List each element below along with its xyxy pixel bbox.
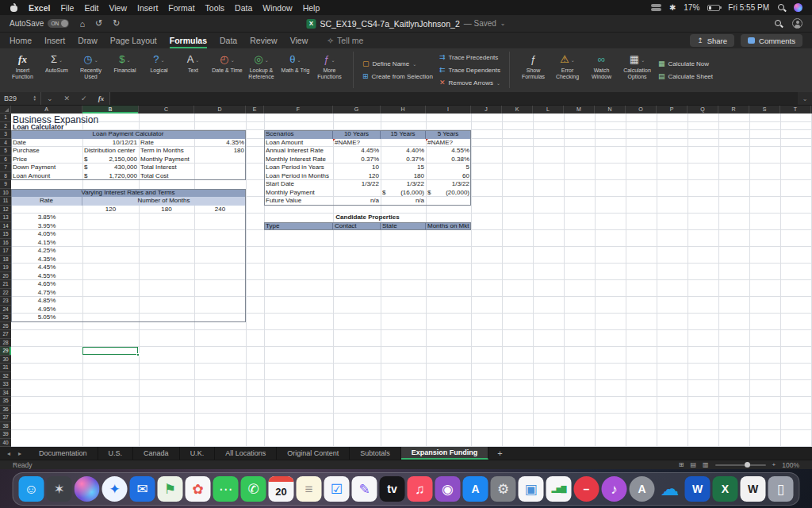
- column-header-l[interactable]: L: [533, 106, 564, 114]
- cell-i6[interactable]: 0.38%: [426, 156, 471, 164]
- dock-item-photos[interactable]: ✿: [186, 476, 211, 502]
- dock-item-reminders[interactable]: ☑: [324, 476, 350, 502]
- view-page-break-icon[interactable]: ▥: [703, 461, 709, 468]
- column-header-t[interactable]: T: [780, 106, 811, 114]
- name-box[interactable]: B29 ▲ ▼: [0, 92, 41, 105]
- dock-item-word[interactable]: W: [685, 476, 710, 502]
- ribbon-tab-review[interactable]: Review: [250, 33, 277, 48]
- menu-window[interactable]: Window: [262, 3, 292, 13]
- fill-handle[interactable]: [136, 353, 140, 356]
- row-header-40[interactable]: 40: [0, 439, 11, 448]
- cell-c12[interactable]: 180: [139, 206, 194, 214]
- selection-box[interactable]: [82, 347, 138, 355]
- ribbon-button-define-name[interactable]: ▢Define Name⌄: [361, 59, 435, 69]
- search-icon[interactable]: [774, 19, 783, 28]
- cell-i5[interactable]: 4.55%: [426, 147, 471, 156]
- sheet-tab-canada[interactable]: Canada: [133, 447, 180, 460]
- cell-a19[interactable]: 4.45%: [11, 264, 82, 272]
- cell-g3[interactable]: 10 Years: [333, 130, 381, 139]
- cell-a22[interactable]: 4.75%: [11, 289, 82, 298]
- row-header-13[interactable]: 13: [0, 214, 11, 222]
- row-header-36[interactable]: 36: [0, 406, 11, 414]
- sheet-tab-original-content[interactable]: Original Content: [277, 447, 350, 460]
- row-header-5[interactable]: 5: [0, 147, 11, 156]
- ribbon-tab-page-layout[interactable]: Page Layout: [110, 33, 157, 48]
- share-button[interactable]: ↥ Share: [690, 34, 734, 47]
- sheet-tab-expansion-funding[interactable]: Expansion Funding: [401, 447, 489, 460]
- cell-d5[interactable]: 180: [194, 147, 246, 156]
- zoom-in-icon[interactable]: +: [772, 461, 776, 468]
- row-header-19[interactable]: 19: [0, 264, 11, 272]
- cell-g9[interactable]: 1/3/22: [333, 180, 381, 189]
- cell-f14[interactable]: Type: [264, 222, 333, 231]
- cell-i8[interactable]: 60: [426, 172, 471, 181]
- dock-item-system-settings[interactable]: ⚙: [491, 476, 516, 502]
- cell-d12[interactable]: 240: [194, 206, 246, 214]
- cell-h10[interactable]: $(16,000): [381, 189, 426, 198]
- cell-a2[interactable]: Loan Calculator: [11, 122, 194, 132]
- cell-a4[interactable]: Date: [11, 139, 82, 148]
- cell-b7[interactable]: $430,000: [82, 164, 139, 172]
- row-header-24[interactable]: 24: [0, 306, 11, 314]
- dock-item-itunes[interactable]: ♪: [602, 476, 627, 502]
- column-header-f[interactable]: F: [264, 106, 333, 114]
- row-header-15[interactable]: 15: [0, 230, 11, 239]
- cell-g11[interactable]: n/a: [333, 197, 381, 206]
- cell-a11[interactable]: Rate: [11, 197, 82, 206]
- ribbon-tab-home[interactable]: Home: [10, 33, 32, 48]
- cell-a3[interactable]: Loan Payment Calculator: [11, 130, 246, 139]
- row-header-2[interactable]: 2: [0, 122, 11, 131]
- sheet-tab-u-k[interactable]: U.K.: [180, 447, 216, 460]
- ribbon-button-lookup-reference[interactable]: ◎⌄Lookup & Reference: [245, 51, 278, 89]
- column-header-i[interactable]: I: [426, 106, 471, 114]
- cell-a16[interactable]: 4.15%: [11, 239, 82, 248]
- row-header-34[interactable]: 34: [0, 389, 11, 398]
- ribbon-tab-draw[interactable]: Draw: [78, 33, 98, 48]
- menu-edit[interactable]: Edit: [84, 3, 98, 13]
- row-header-32[interactable]: 32: [0, 372, 11, 381]
- row-header-25[interactable]: 25: [0, 314, 11, 322]
- row-header-18[interactable]: 18: [0, 256, 11, 264]
- cell-a21[interactable]: 4.65%: [11, 280, 82, 289]
- cell-c8[interactable]: Total Cost: [139, 172, 194, 181]
- dock-item-numbers[interactable]: ▂▅▇: [546, 476, 572, 502]
- cell-g7[interactable]: 10: [333, 164, 381, 172]
- ribbon-button-recently-used[interactable]: ◷⌄Recently Used: [75, 51, 107, 89]
- ribbon-button-text[interactable]: A⌄Text: [177, 51, 209, 89]
- row-header-38[interactable]: 38: [0, 422, 11, 431]
- cell-c7[interactable]: Total Interest: [139, 164, 194, 172]
- cell-c4[interactable]: Rate: [139, 139, 194, 148]
- cell-i10[interactable]: $(20,000): [426, 189, 471, 198]
- autosave-toggle[interactable]: AutoSave ON: [10, 19, 69, 28]
- row-header-3[interactable]: 3: [0, 130, 11, 139]
- cell-a5[interactable]: Purchase: [11, 147, 82, 156]
- zoom-level[interactable]: 100%: [782, 461, 799, 469]
- menu-format[interactable]: Format: [168, 3, 194, 13]
- dock-item-onedrive[interactable]: ☁: [657, 476, 683, 502]
- row-header-29[interactable]: 29: [0, 347, 11, 356]
- select-all-corner[interactable]: [0, 106, 11, 114]
- apple-menu-icon[interactable]: [10, 3, 18, 13]
- cell-a20[interactable]: 4.55%: [11, 272, 82, 281]
- cell-i9[interactable]: 1/3/22: [426, 180, 471, 189]
- cell-f7[interactable]: Loan Period in Years: [264, 164, 333, 172]
- dock-item-do-not-enter[interactable]: –: [574, 476, 599, 502]
- ribbon-button-financial[interactable]: $⌄Financial: [109, 51, 141, 89]
- cell-h5[interactable]: 4.40%: [381, 147, 426, 156]
- sheet-tab-all-locations[interactable]: All Locations: [215, 447, 277, 460]
- account-avatar[interactable]: [792, 18, 802, 29]
- dock-item-app-store[interactable]: A: [463, 476, 488, 502]
- row-header-7[interactable]: 7: [0, 164, 11, 172]
- ribbon-button-trace-dependents[interactable]: ⇇Trace Dependents: [438, 65, 502, 75]
- menu-data[interactable]: Data: [235, 3, 252, 13]
- control-center-icon[interactable]: [651, 4, 661, 12]
- cell-b12[interactable]: 120: [82, 206, 139, 214]
- cell-a15[interactable]: 4.05%: [11, 230, 82, 239]
- cell-g8[interactable]: 120: [333, 172, 381, 181]
- cell-a18[interactable]: 4.35%: [11, 256, 82, 264]
- dock-item-maps[interactable]: ⚑: [158, 476, 183, 502]
- dock-item-messages[interactable]: ⋯: [213, 476, 239, 502]
- zoom-slider-knob[interactable]: [745, 462, 750, 468]
- cell-h8[interactable]: 180: [381, 172, 426, 181]
- cell-a17[interactable]: 4.25%: [11, 247, 82, 256]
